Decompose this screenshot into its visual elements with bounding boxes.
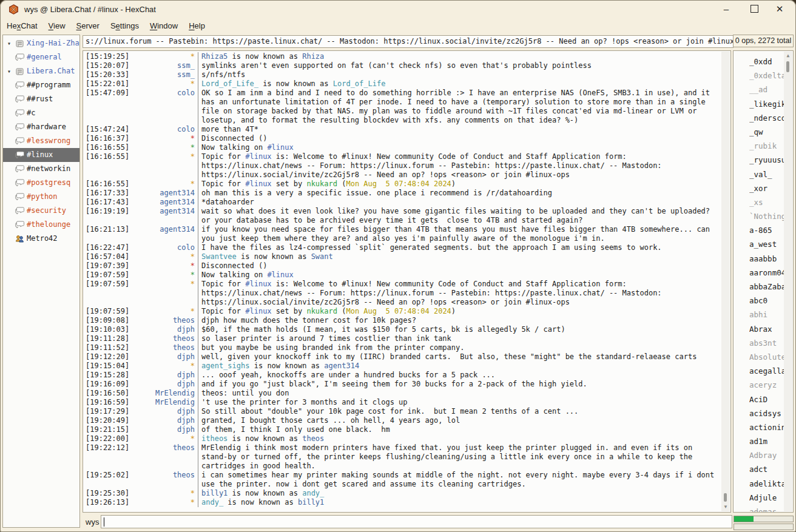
user-list-item[interactable]: _0xdd <box>749 55 784 69</box>
chat-scrollbar-thumb[interactable] <box>724 493 727 502</box>
nick[interactable]: djph <box>132 325 198 334</box>
user-list-item[interactable]: Abrax <box>749 322 784 336</box>
user-list-item[interactable]: adelikta <box>749 477 784 491</box>
user-list-item[interactable]: abc0 <box>749 294 784 308</box>
nick[interactable]: * <box>132 489 198 498</box>
user-list-item[interactable]: _xor <box>749 181 784 195</box>
sidebar-item-python[interactable]: #python <box>3 190 79 204</box>
user-list-item[interactable]: actionin <box>749 420 784 434</box>
sidebar-item-general[interactable]: #general <box>3 50 79 64</box>
nick[interactable]: djph <box>132 407 198 416</box>
chat-scrollbar[interactable]: ▼ <box>721 52 730 511</box>
nick[interactable]: * <box>132 180 198 189</box>
nick[interactable]: theos <box>132 316 198 325</box>
maximize-button[interactable] <box>740 0 768 18</box>
sidebar-item-liberachat[interactable]: ▾Libera.Chat <box>3 64 79 78</box>
user-list-item[interactable]: Adbray <box>749 448 784 462</box>
nick[interactable]: * <box>132 261 198 271</box>
user-list-item[interactable]: aaronm04 <box>749 266 784 280</box>
nick[interactable]: * <box>132 362 198 371</box>
user-list-item[interactable]: abbaZaba <box>749 280 784 294</box>
sidebar-item-xinghaizha[interactable]: ▾Xing-Hai-Zha <box>3 36 79 50</box>
title-bar[interactable]: wys @ Libera.Chat / #linux - HexChat – ✕ <box>0 0 796 18</box>
nick[interactable]: djph <box>132 425 198 434</box>
sidebar-item-postgresq[interactable]: #postgresq <box>3 176 79 190</box>
nick[interactable]: * <box>132 280 198 289</box>
nick[interactable]: djph <box>132 371 198 380</box>
message-input[interactable] <box>101 515 732 528</box>
sidebar-item-c[interactable]: #c <box>3 106 79 120</box>
user-list-item[interactable]: `Nothing <box>749 209 784 223</box>
expander-icon[interactable]: ▾ <box>4 64 14 78</box>
nick[interactable]: djph <box>132 380 198 389</box>
user-list-item[interactable]: a_west <box>749 237 784 251</box>
menu-item-help[interactable]: Help <box>183 19 211 32</box>
sidebar-item-networkin[interactable]: #networkin <box>3 162 79 176</box>
scroll-down-icon[interactable]: ▼ <box>721 503 730 511</box>
nick[interactable]: * <box>132 152 198 161</box>
sidebar-item-programm[interactable]: ##programm <box>3 78 79 92</box>
nick[interactable]: djph <box>132 416 198 425</box>
menu-item-view[interactable]: View <box>43 19 71 32</box>
nick[interactable]: djph <box>132 352 198 362</box>
nick[interactable]: theos <box>132 471 198 480</box>
nick-label[interactable]: wys <box>86 516 99 528</box>
user-list-item[interactable]: AciD <box>749 392 784 406</box>
user-list-item[interactable]: _ndersco <box>749 111 784 125</box>
user-list-item[interactable]: acegalla <box>749 364 784 378</box>
user-list-item[interactable]: abs3nt <box>749 336 784 350</box>
user-list-item[interactable]: acidsys <box>749 406 784 420</box>
nick[interactable]: theos <box>132 343 198 352</box>
nick[interactable]: colo <box>132 125 198 134</box>
nick[interactable]: * <box>132 498 198 507</box>
nick[interactable]: colo <box>132 243 198 252</box>
user-list-item[interactable]: _0xdelta <box>749 69 784 82</box>
user-list-item[interactable]: _likegik <box>749 97 784 111</box>
user-list-item[interactable]: Adjule <box>749 491 784 505</box>
user-list-item[interactable]: _ryuuusu <box>749 153 784 167</box>
nick[interactable]: theos <box>132 334 198 343</box>
user-list-item[interactable]: adct <box>749 462 784 476</box>
menu-item-window[interactable]: Window <box>144 19 183 32</box>
nick[interactable]: * <box>132 134 198 143</box>
menu-item-hexchat[interactable]: HexChat <box>1 19 43 32</box>
nick[interactable]: ssm_ <box>132 61 198 70</box>
user-list-item[interactable]: _qw <box>749 125 784 139</box>
user-list-item[interactable]: _rubik <box>749 139 784 153</box>
nick[interactable]: theos <box>132 443 198 453</box>
nick[interactable]: MrElendig <box>132 389 198 398</box>
expander-icon[interactable]: ▾ <box>4 36 14 50</box>
user-list-item[interactable]: Absolute <box>749 350 784 364</box>
sidebar-item-metro42[interactable]: Metro42 <box>3 232 79 246</box>
nick[interactable]: * <box>132 79 198 89</box>
userlist-scrollbar[interactable]: ▲ <box>784 52 792 511</box>
user-list-item[interactable]: adomas <box>749 505 784 513</box>
topic-input[interactable]: s://linux.forum -- Pastebin: https://pas… <box>83 35 734 48</box>
sidebar-item-hardware[interactable]: #hardware <box>3 120 79 134</box>
scroll-up-icon[interactable]: ▲ <box>784 52 792 59</box>
sidebar-item-rust[interactable]: ##rust <box>3 92 79 106</box>
user-list-item[interactable]: __ad <box>749 82 784 96</box>
minimize-button[interactable]: – <box>712 0 740 18</box>
user-list-item[interactable]: abhi <box>749 308 784 322</box>
user-list-item[interactable]: _xs <box>749 195 784 209</box>
user-list-item[interactable]: a-865 <box>749 223 784 237</box>
sidebar-item-linux[interactable]: #linux <box>3 148 79 162</box>
nick[interactable]: * <box>132 252 198 261</box>
close-button[interactable]: ✕ <box>766 0 794 18</box>
user-list-item[interactable]: ad1m <box>749 434 784 448</box>
nick[interactable]: * <box>132 434 198 443</box>
nick[interactable]: * <box>132 271 198 280</box>
sidebar-item-thelounge[interactable]: #thelounge <box>3 218 79 232</box>
user-list-item[interactable]: _val_ <box>749 167 784 181</box>
user-list-item[interactable]: aaabbb <box>749 252 784 266</box>
nick[interactable]: * <box>132 52 198 61</box>
nick[interactable]: * <box>132 307 198 316</box>
menu-item-settings[interactable]: Settings <box>105 19 144 32</box>
nick[interactable]: MrElendig <box>132 398 198 407</box>
menu-item-server[interactable]: Server <box>71 19 105 32</box>
nick[interactable]: agent314 <box>132 198 198 207</box>
nick[interactable]: agent314 <box>132 225 198 234</box>
nick[interactable]: agent314 <box>132 207 198 216</box>
sidebar-item-lesswrong[interactable]: #lesswrong <box>3 134 79 148</box>
